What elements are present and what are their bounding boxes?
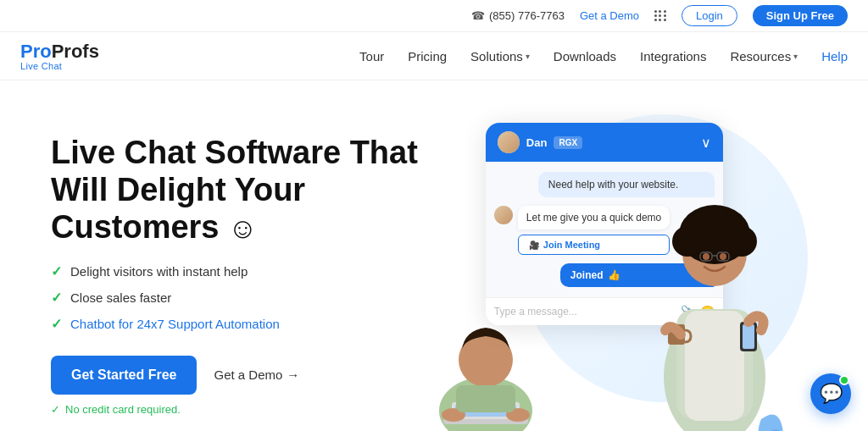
nav-links: Tour Pricing Solutions ▾ Downloads Integ… — [359, 49, 848, 64]
svg-rect-10 — [685, 311, 744, 421]
signup-button[interactable]: Sign Up Free — [753, 5, 848, 26]
top-get-demo-link[interactable]: Get a Demo — [580, 9, 639, 22]
phone-number: (855) 776-7763 — [489, 9, 565, 22]
chat-expand-icon[interactable]: ∨ — [701, 135, 711, 151]
logo-pro: Pro — [20, 41, 52, 62]
top-bar: ☎ (855) 776-7763 Get a Demo Login Sign U… — [0, 0, 868, 32]
svg-point-18 — [703, 253, 709, 260]
thumbsup-icon: 👍 — [608, 269, 620, 281]
svg-rect-7 — [456, 385, 515, 412]
video-icon: 🎥 — [529, 240, 539, 250]
nav-downloads[interactable]: Downloads — [554, 49, 616, 64]
svg-point-19 — [720, 253, 726, 260]
chevron-down-icon: ▾ — [526, 52, 530, 61]
feature-1: ✓ Delight visitors with instant help — [51, 263, 418, 279]
chat-widget[interactable]: 💬 — [810, 373, 851, 414]
cta-row: Get Started Free Get a Demo → — [51, 356, 418, 395]
check-icon-4: ✓ — [51, 403, 60, 416]
chevron-down-icon-2: ▾ — [793, 52, 798, 61]
chat-widget-icon: 💬 — [820, 383, 843, 405]
svg-point-17 — [699, 207, 730, 238]
get-demo-link[interactable]: Get a Demo → — [214, 367, 299, 382]
feature-list: ✓ Delight visitors with instant help ✓ C… — [51, 263, 418, 332]
logo-subtitle: Live Chat — [20, 61, 62, 71]
hero-title: Live Chat Software That Will Delight You… — [51, 135, 418, 246]
phone-info: ☎ (855) 776-7763 — [471, 9, 565, 22]
woman-figure — [630, 174, 799, 431]
agent-name: Dan — [526, 136, 548, 149]
agent-avatar-sm — [494, 206, 513, 224]
arrow-icon: → — [287, 367, 299, 382]
logo[interactable]: ProProfs Live Chat — [20, 41, 99, 71]
hero-illustration: Dan RGX ∨ Need help with your website. L… — [418, 114, 808, 431]
hero-left: Live Chat Software That Will Delight You… — [51, 135, 418, 415]
feature-2: ✓ Close sales faster — [51, 290, 418, 306]
phone-icon: ☎ — [471, 9, 485, 22]
nav-integrations[interactable]: Integrations — [640, 49, 706, 64]
no-credit-note: ✓ No credit card required. — [51, 403, 418, 416]
login-button[interactable]: Login — [682, 5, 737, 26]
grid-icon[interactable] — [654, 10, 666, 21]
nav-solutions[interactable]: Solutions ▾ — [470, 49, 530, 64]
logo-profs: Profs — [52, 41, 99, 62]
nav-pricing[interactable]: Pricing — [408, 49, 447, 64]
feature-3: ✓ Chatbot for 24x7 Support Automation — [51, 316, 418, 332]
check-icon-2: ✓ — [51, 290, 62, 306]
nav-help[interactable]: Help — [821, 49, 848, 64]
get-started-button[interactable]: Get Started Free — [51, 356, 197, 395]
chat-widget-online-dot — [839, 375, 849, 385]
agent-avatar — [498, 131, 520, 153]
hero-emoji: ☺ — [228, 212, 258, 244]
nav-resources[interactable]: Resources ▾ — [730, 49, 798, 64]
main-nav: ProProfs Live Chat Tour Pricing Solution… — [0, 32, 868, 80]
check-icon-1: ✓ — [51, 263, 62, 279]
check-icon-3: ✓ — [51, 316, 62, 332]
chat-header: Dan RGX ∨ — [486, 123, 723, 162]
nav-tour[interactable]: Tour — [359, 49, 384, 64]
svg-rect-24 — [743, 324, 754, 349]
main-section: Live Chat Software That Will Delight You… — [0, 80, 868, 431]
rgx-badge: RGX — [554, 136, 582, 149]
